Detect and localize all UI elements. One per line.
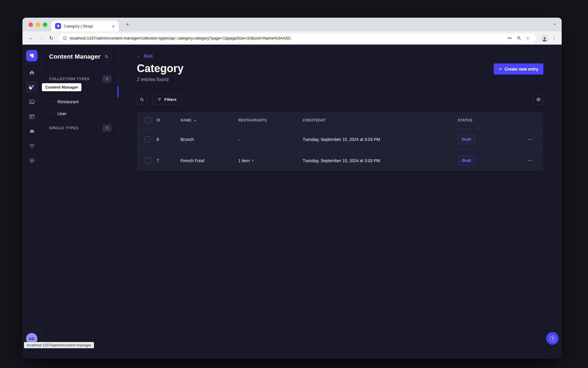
content-manager-panel: Content Manager COLLECTION TYPES 3 • Cat… — [41, 45, 118, 359]
tab-search-chevron-icon[interactable] — [553, 22, 557, 26]
zoom-icon[interactable] — [514, 34, 523, 42]
close-window-button[interactable] — [28, 22, 33, 27]
filter-icon — [157, 97, 162, 102]
plus-icon: + — [499, 66, 502, 72]
cell-id: 7 — [157, 158, 181, 163]
cell-name: Brunch — [181, 137, 238, 142]
nav-item-user[interactable]: • User — [49, 108, 111, 120]
mouse-cursor — [27, 84, 34, 90]
row-checkbox[interactable] — [145, 158, 151, 164]
filters-label: Filters — [164, 97, 177, 102]
strapi-favicon-icon — [55, 23, 61, 29]
column-header-status[interactable]: STATUS — [458, 118, 518, 122]
main-content: ← Back Category 2 entries found + Create… — [118, 45, 562, 359]
media-library-icon — [29, 99, 35, 105]
password-manager-icon[interactable] — [505, 34, 514, 42]
window-controls — [28, 22, 47, 27]
rail-bottom-divider — [22, 331, 41, 331]
browser-menu-icon[interactable]: ⋮ — [550, 35, 557, 41]
single-types-label: SINGLE TYPES — [49, 126, 78, 130]
bookmark-star-icon[interactable]: ☆ — [523, 34, 532, 42]
chevron-down-icon: ▾ — [252, 159, 254, 162]
cell-restaurants[interactable]: 1 item ▾ — [238, 158, 303, 163]
page-info-icon[interactable] — [63, 36, 67, 40]
panel-divider — [49, 69, 56, 69]
reload-icon[interactable]: ↻ — [47, 34, 55, 42]
table-row[interactable]: 7 French Food 1 item ▾ Tuesday, Septembe… — [137, 150, 543, 171]
back-link[interactable]: ← Back — [137, 54, 543, 58]
status-badge: Draft — [458, 134, 475, 144]
row-actions-menu[interactable]: ••• — [518, 159, 543, 162]
create-new-entry-label: Create new entry — [504, 67, 538, 72]
cell-id: 8 — [157, 137, 181, 142]
sidebar-item-media-library[interactable] — [26, 96, 38, 108]
nav-item-restaurant[interactable]: • Restaurant — [49, 96, 111, 108]
row-checkbox[interactable] — [145, 136, 151, 142]
collection-types-count-badge: 3 — [102, 75, 111, 83]
strapi-logo[interactable] — [26, 50, 37, 61]
sort-ascending-icon: ▲ — [194, 119, 196, 122]
back-arrow-icon: ← — [137, 54, 141, 58]
single-types-count-badge: 0 — [102, 124, 111, 132]
nav-item-label: Restaurant — [57, 99, 79, 104]
cell-name: French Food — [181, 158, 238, 163]
search-icon — [104, 54, 109, 59]
content-manager-tooltip: Content Manager — [42, 83, 81, 91]
url-bar[interactable]: localhost:1337/admin/content-manager/col… — [59, 34, 536, 43]
column-header-name[interactable]: NAME ▲ — [181, 118, 238, 122]
browser-profile-icon[interactable] — [541, 34, 548, 42]
forward-nav-icon[interactable]: → — [37, 34, 45, 42]
cart-icon — [29, 143, 35, 149]
back-label: Back — [144, 54, 153, 58]
fullscreen-window-button[interactable] — [43, 22, 47, 27]
column-header-createdat[interactable]: CREATEDAT — [303, 118, 458, 122]
nav-item-label: User — [57, 111, 67, 116]
sidebar-item-deploy[interactable] — [26, 125, 38, 137]
table-header-row: ID NAME ▲ RESTAURANTS CREATEDAT STATUS — [137, 112, 543, 129]
column-header-id[interactable]: ID — [157, 118, 181, 122]
browser-toolbar: ← → ↻ localhost:1337/admin/content-manag… — [22, 31, 562, 45]
cell-createdat: Tuesday, September 10, 2024 at 3:03 PM — [303, 158, 458, 163]
search-icon — [140, 97, 144, 102]
help-icon: ? — [550, 336, 555, 341]
gear-icon — [29, 157, 35, 164]
cell-restaurants: - — [238, 137, 303, 142]
minimize-window-button[interactable] — [36, 22, 40, 27]
tab-close-icon[interactable]: × — [111, 24, 116, 29]
link-status-bar: localhost:1337/admin/content-manager — [24, 342, 94, 348]
entries-count: 2 entries found — [137, 77, 184, 82]
panel-search-button[interactable] — [102, 52, 111, 61]
status-badge: Draft — [458, 156, 475, 165]
entries-table: ID NAME ▲ RESTAURANTS CREATEDAT STATUS 8… — [137, 112, 543, 171]
main-nav-rail: KD — [22, 45, 41, 359]
bullet-icon: • — [53, 100, 54, 104]
sidebar-item-marketplace[interactable] — [26, 140, 38, 152]
home-icon — [29, 69, 35, 76]
url-text[interactable]: localhost:1337/admin/content-manager/col… — [70, 36, 505, 40]
panel-title: Content Manager — [49, 53, 101, 60]
rail-divider — [22, 63, 41, 64]
sidebar-item-home[interactable] — [26, 66, 38, 78]
back-nav-icon[interactable]: ← — [27, 34, 35, 42]
gear-icon — [536, 97, 541, 102]
browser-tab[interactable]: Category | Strapi × — [51, 21, 119, 31]
filters-button[interactable]: Filters — [152, 95, 181, 105]
bullet-icon: • — [53, 112, 54, 116]
table-row[interactable]: 8 Brunch - Tuesday, September 10, 2024 a… — [137, 129, 543, 150]
table-search-button[interactable] — [137, 95, 147, 105]
sidebar-item-content-type-builder[interactable] — [26, 110, 38, 122]
row-actions-menu[interactable]: ••• — [518, 138, 543, 141]
layout-icon — [29, 113, 35, 120]
browser-tabstrip: Category | Strapi × + — [22, 18, 562, 31]
cloud-icon — [28, 128, 35, 134]
help-button[interactable]: ? — [546, 332, 559, 345]
browser-window: Category | Strapi × + ← → ↻ localhost:13… — [22, 18, 562, 359]
column-header-restaurants[interactable]: RESTAURANTS — [238, 118, 303, 122]
select-all-checkbox[interactable] — [145, 117, 151, 123]
cell-createdat: Tuesday, September 10, 2024 at 3:03 PM — [303, 137, 458, 142]
sidebar-item-settings[interactable] — [26, 154, 38, 166]
new-tab-button[interactable]: + — [124, 21, 131, 28]
tab-title: Category | Strapi — [64, 24, 111, 28]
view-settings-button[interactable] — [533, 95, 543, 105]
create-new-entry-button[interactable]: + Create new entry — [494, 63, 543, 74]
